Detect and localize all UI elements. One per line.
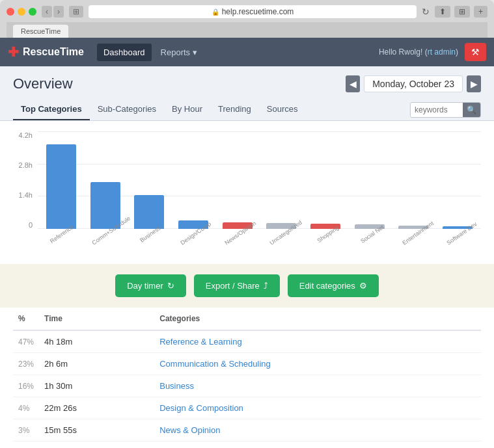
share-button[interactable]: ⬆	[435, 6, 450, 18]
tab-trending[interactable]: Trending	[210, 99, 259, 120]
y-label-0: 4.2h	[19, 131, 33, 139]
cell-time: 1h 30m	[39, 375, 154, 397]
page-title: Overview	[13, 75, 73, 92]
date-nav: ◀ Monday, October 23 ▶	[346, 75, 481, 92]
table-row: 47% 4h 18m Reference & Learning	[13, 330, 481, 353]
minimize-button[interactable]	[18, 8, 25, 16]
bar-group	[40, 131, 82, 229]
day-timer-button[interactable]: Day timer ↻	[115, 274, 186, 297]
nav-links: Dashboard Reports ▾	[97, 44, 204, 61]
col-header-categories: Categories	[154, 308, 481, 330]
tab-sub-categories[interactable]: Sub-Categories	[90, 99, 164, 120]
chart-bar[interactable]	[46, 144, 76, 229]
category-link[interactable]: Business	[159, 381, 194, 391]
data-table: % Time Categories 47% 4h 18m Reference &…	[13, 308, 481, 448]
y-label-3: 0	[29, 221, 33, 229]
category-link[interactable]: Communication & Scheduling	[159, 359, 271, 369]
edit-categories-icon: ⚙	[359, 281, 367, 291]
prev-date-button[interactable]: ◀	[346, 75, 360, 92]
traffic-lights	[7, 8, 36, 16]
category-link[interactable]: Reference & Learning	[159, 337, 241, 347]
table-row: 3% 15m 55s News & Opinion	[13, 419, 481, 441]
chart-container: 4.2h 2.8h 1.4h 0 ReferenceComm+ScheduleB…	[13, 131, 481, 248]
tab-top-categories[interactable]: Top Categories	[13, 99, 90, 120]
nav-dashboard[interactable]: Dashboard	[97, 44, 152, 61]
next-date-button[interactable]: ▶	[467, 75, 481, 92]
cell-time: 13m 28s	[39, 441, 154, 449]
cell-pct: 23%	[13, 353, 39, 375]
tools-button[interactable]: ⚒	[465, 43, 486, 61]
x-labels: ReferenceComm+ScheduleBusinessDesign/Com…	[38, 229, 481, 248]
cell-category[interactable]: Uncategorized	[154, 441, 481, 449]
edit-categories-button[interactable]: Edit categories ⚙	[288, 274, 379, 297]
admin-link[interactable]: rt admin	[428, 47, 456, 57]
search-button[interactable]: 🔍	[463, 103, 480, 117]
hello-text: Hello Rwolg! (rt admin)	[379, 47, 458, 57]
cell-pct: 4%	[13, 397, 39, 419]
table-row: 23% 2h 6m Communication & Scheduling	[13, 353, 481, 375]
forward-button[interactable]: ›	[53, 6, 64, 18]
chart-bar[interactable]	[90, 182, 120, 229]
bars-row	[38, 131, 481, 229]
action-buttons: Day timer ↻ Export / Share ⤴ Edit catego…	[0, 264, 494, 308]
cell-category[interactable]: Design & Composition	[154, 397, 481, 419]
tab-sources[interactable]: Sources	[259, 99, 306, 120]
app-container: ✚ RescueTime Dashboard Reports ▾ Hello R…	[0, 38, 494, 448]
chart-inner	[38, 131, 481, 229]
nav-reports[interactable]: Reports ▾	[154, 44, 204, 61]
table-row: 2% 13m 28s Uncategorized	[13, 441, 481, 449]
tab-by-hour[interactable]: By Hour	[164, 99, 210, 120]
cell-time: 2h 6m	[39, 353, 154, 375]
col-header-time: Time	[39, 308, 154, 330]
bar-group	[172, 131, 214, 229]
cell-time: 4h 18m	[39, 330, 154, 353]
bar-group	[349, 131, 391, 229]
reload-button[interactable]: ↻	[422, 7, 430, 17]
logo-icon: ✚	[8, 44, 19, 60]
bar-group	[217, 131, 258, 229]
fullscreen-button[interactable]	[29, 8, 36, 16]
cell-category[interactable]: Reference & Learning	[154, 330, 481, 353]
category-link[interactable]: News & Opinion	[159, 425, 220, 435]
nav-right: Hello Rwolg! (rt admin) ⚒	[379, 43, 486, 61]
cell-pct: 47%	[13, 330, 39, 353]
cell-pct: 16%	[13, 375, 39, 397]
cell-category[interactable]: Business	[154, 375, 481, 397]
bar-group	[261, 131, 303, 229]
back-button[interactable]: ‹	[42, 6, 52, 18]
browser-chrome: ‹ › ⊞ 🔒 help.rescuetime.com ↻ ⬆ ⊞ + Resc…	[0, 0, 494, 38]
lock-icon: 🔒	[212, 8, 219, 16]
day-timer-label: Day timer	[127, 281, 163, 291]
top-nav: ✚ RescueTime Dashboard Reports ▾ Hello R…	[0, 38, 494, 66]
cell-pct: 3%	[13, 419, 39, 441]
col-header-pct: %	[13, 308, 39, 330]
export-share-icon: ⤴	[264, 281, 268, 291]
cell-category[interactable]: Communication & Scheduling	[154, 353, 481, 375]
table-section: % Time Categories 47% 4h 18m Reference &…	[0, 308, 494, 448]
overview-header: Overview ◀ Monday, October 23 ▶ Top Cate…	[0, 66, 494, 121]
keywords-search[interactable]: 🔍	[410, 102, 481, 118]
bar-group	[305, 131, 346, 229]
export-share-button[interactable]: Export / Share ⤴	[194, 274, 280, 297]
y-label-1: 2.8h	[19, 161, 33, 169]
date-display: Monday, October 23	[364, 75, 463, 92]
day-timer-icon: ↻	[167, 281, 174, 291]
keywords-input[interactable]	[411, 103, 463, 116]
cell-pct: 2%	[13, 441, 39, 449]
add-button[interactable]: +	[474, 6, 487, 18]
new-tab-button[interactable]: ⊞	[454, 6, 470, 18]
cell-category[interactable]: News & Opinion	[154, 419, 481, 441]
address-bar[interactable]: 🔒 help.rescuetime.com	[89, 5, 417, 18]
edit-categories-label: Edit categories	[299, 281, 355, 291]
category-link[interactable]: Design & Composition	[159, 403, 243, 413]
y-label-2: 1.4h	[19, 191, 33, 199]
browser-tab[interactable]: RescueTime	[13, 25, 68, 38]
table-header-row: % Time Categories	[13, 308, 481, 330]
bar-group	[85, 131, 126, 229]
logo: ✚ RescueTime	[8, 44, 84, 60]
tabs-row: Top Categories Sub-Categories By Hour Tr…	[13, 99, 481, 120]
close-button[interactable]	[7, 8, 14, 16]
cell-time: 15m 55s	[39, 419, 154, 441]
url-text: help.rescuetime.com	[222, 7, 294, 16]
bar-group	[437, 131, 478, 229]
